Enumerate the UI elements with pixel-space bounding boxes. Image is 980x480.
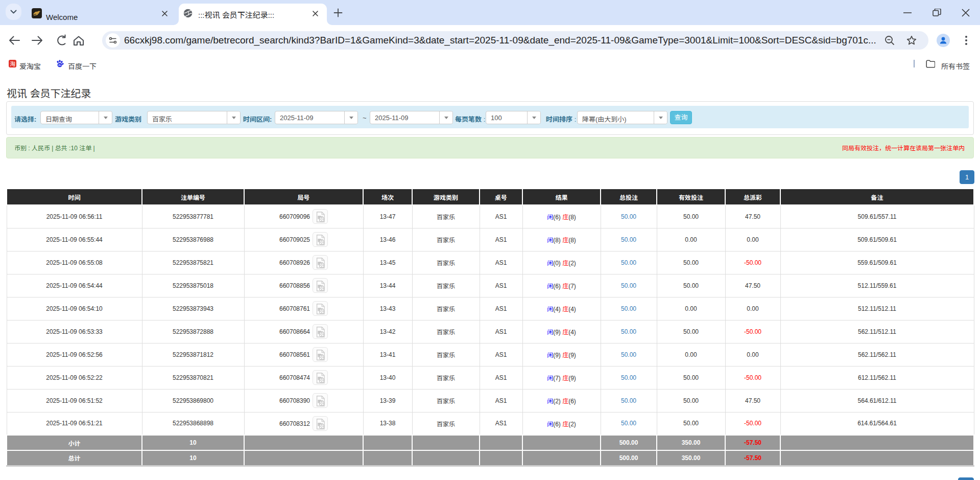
svg-text:du: du [58, 63, 61, 66]
